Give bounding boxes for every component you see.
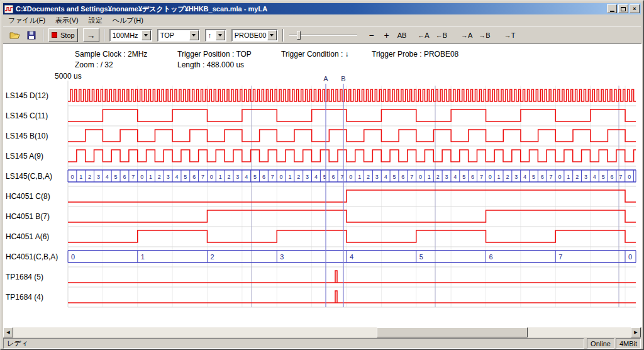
bus-value: 5 (602, 174, 605, 180)
trigger-position-select[interactable]: TOP (157, 29, 200, 42)
bus-value: 2 (297, 174, 300, 180)
jump-trigger-button[interactable]: →T (502, 28, 518, 42)
bus-value: 0 (280, 174, 283, 180)
waveform-trace-6 (68, 210, 636, 222)
close-icon: × (633, 6, 636, 12)
bus-value: 2 (88, 174, 91, 180)
menubar: ファイル(F) 表示(V) 設定 ヘルプ(H) (3, 14, 641, 26)
close-button[interactable]: × (630, 4, 640, 13)
scroll-left-icon: ◀ (6, 330, 9, 335)
bus-value: 6 (541, 174, 544, 180)
bus-value: 5 (114, 174, 118, 180)
scroll-thumb[interactable] (377, 327, 528, 337)
zoom-out-button[interactable]: − (365, 28, 379, 42)
bus-value: 3 (97, 174, 100, 180)
bus-value: 5 (462, 174, 465, 180)
bus-value: 6 (401, 174, 404, 180)
app-icon (4, 5, 13, 13)
dropdown-arrow-icon[interactable] (267, 30, 277, 40)
maximize-icon (621, 7, 626, 11)
open-button[interactable] (7, 28, 23, 42)
save-button[interactable] (25, 28, 38, 42)
bus-value: 2 (506, 174, 509, 180)
bus-value: 1 (428, 174, 431, 180)
dropdown-arrow-icon[interactable] (216, 30, 225, 40)
menu-item-settings[interactable]: 設定 (84, 14, 108, 26)
minimize-icon (610, 11, 614, 12)
bus-value: 3 (584, 174, 587, 180)
bus-value: 5 (184, 174, 187, 180)
open-folder-icon (9, 31, 21, 40)
bus-value: 0 (489, 174, 492, 180)
waveform-trace-7 (68, 230, 636, 242)
menu-item-help[interactable]: ヘルプ(H) (108, 14, 148, 26)
bus-value: 1 (219, 174, 222, 180)
bus-value: 5 (419, 253, 423, 261)
timing-diagram[interactable]: 0123456701234567012345670123456701234567… (3, 44, 642, 327)
bus-value: 0 (419, 174, 422, 180)
sample-clock-value: 100MHz (113, 31, 138, 39)
jump-left-a-button[interactable]: ←A (415, 28, 431, 42)
bus-value: 4 (384, 174, 387, 180)
bus-value: 4 (314, 174, 318, 180)
dropdown-arrow-icon[interactable] (142, 30, 151, 40)
jump-left-b-button[interactable]: ←B (433, 28, 450, 42)
window-titlebar: C:¥Documents and Settings¥noname¥デスクトップ¥… (3, 3, 641, 14)
right-arrow-b-icon: →B (479, 31, 490, 39)
zoom-in-button[interactable]: + (380, 28, 394, 42)
probe-value: PROBE00 (235, 31, 267, 39)
jump-right-a-button[interactable]: →A (458, 28, 475, 42)
run-button[interactable]: → (83, 28, 99, 42)
waveform-trace-1 (68, 110, 636, 121)
slider-thumb[interactable] (297, 31, 301, 40)
bus-value: 4 (106, 174, 109, 180)
bus-value: 3 (514, 174, 518, 180)
stop-button[interactable]: Stop (48, 28, 78, 42)
app-window: C:¥Documents and Settings¥noname¥デスクトップ¥… (0, 0, 644, 350)
zoom-slider[interactable] (288, 28, 358, 42)
ab-label: AB (397, 31, 407, 39)
bus-value: 2 (158, 174, 161, 180)
scroll-right-button[interactable]: ▶ (631, 327, 641, 337)
bus-value: 4 (175, 174, 178, 180)
bus-value: 0 (628, 253, 632, 261)
bus-value: 6 (610, 174, 613, 180)
bus-value: 3 (280, 253, 284, 261)
bus-value: 7 (271, 174, 274, 180)
bus-value: 0 (70, 174, 74, 180)
status-ready: レディ (3, 338, 584, 349)
trigger-edge-select[interactable]: ↑ (205, 29, 226, 42)
floppy-disk-icon (27, 31, 36, 40)
menu-item-file[interactable]: ファイル(F) (3, 14, 50, 26)
stop-label: Stop (60, 31, 75, 39)
toolbar-separator (43, 29, 44, 42)
cursor-b-label: B (341, 75, 345, 82)
horizontal-scrollbar[interactable]: ◀ ▶ (3, 327, 641, 337)
bus-value: 6 (332, 174, 335, 180)
probe-select[interactable]: PROBE00 (231, 29, 278, 42)
bus-value: 0 (628, 174, 631, 180)
toolbar: Stop → 100MHz TOP ↑ PROBE00 − + AB ←A (3, 26, 641, 44)
bus-value: 7 (201, 174, 204, 180)
toolbar-separator (104, 29, 105, 42)
bus-value: 5 (253, 174, 257, 180)
bus-value: 1 (79, 174, 82, 180)
ab-cursor-button[interactable]: AB (395, 28, 409, 42)
toolbar-separator (282, 29, 284, 42)
dropdown-arrow-icon[interactable] (189, 30, 199, 40)
waveform-area[interactable]: Sample Clock : 2MHz Trigger Position : T… (3, 44, 642, 327)
jump-right-b-button[interactable]: →B (476, 28, 492, 42)
bus-value: 1 (358, 174, 361, 180)
bus-value: 4 (245, 174, 248, 180)
minimize-button[interactable] (607, 4, 617, 13)
maximize-button[interactable] (618, 4, 628, 13)
bus-value: 1 (288, 174, 291, 180)
scroll-left-button[interactable]: ◀ (3, 327, 13, 337)
bus-value: 7 (550, 174, 553, 180)
bus-value: 7 (558, 253, 562, 261)
pulse-mark-9 (335, 271, 337, 283)
sample-clock-select[interactable]: 100MHz (109, 29, 152, 42)
bus-value: 6 (489, 253, 493, 261)
menu-item-view[interactable]: 表示(V) (50, 14, 84, 26)
bus-value: 0 (210, 174, 213, 180)
